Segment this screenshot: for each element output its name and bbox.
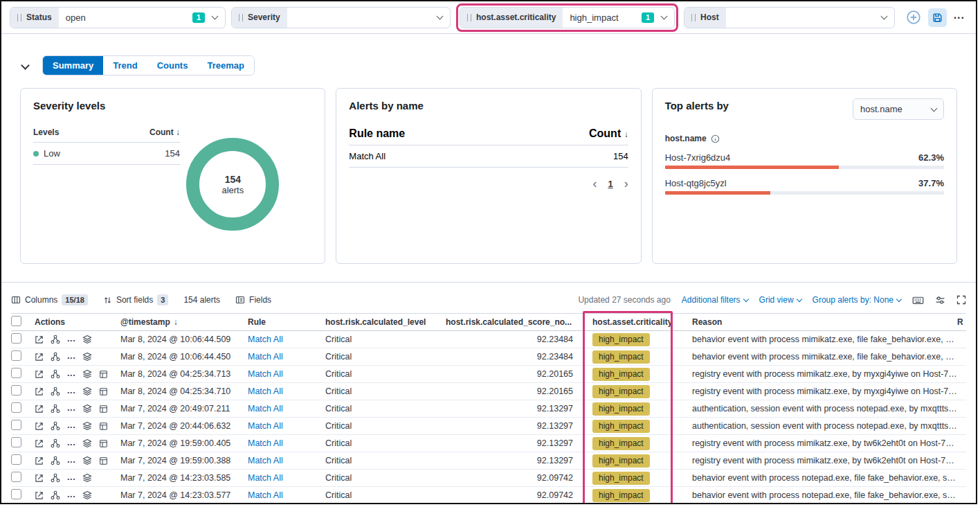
session-view-icon[interactable] (82, 421, 92, 431)
session-view-icon[interactable] (82, 438, 92, 448)
more-actions-icon[interactable]: ... (67, 351, 75, 363)
event-details-icon[interactable] (99, 404, 108, 413)
row-checkbox[interactable] (11, 472, 21, 482)
rule-link[interactable]: Match All (248, 421, 283, 431)
keyboard-shortcuts-icon[interactable] (912, 294, 924, 306)
row-checkbox[interactable] (11, 350, 21, 361)
event-details-icon[interactable] (99, 439, 108, 448)
more-actions-icon[interactable]: ... (67, 490, 75, 501)
row-checkbox[interactable] (11, 489, 21, 499)
session-view-icon[interactable] (82, 473, 92, 483)
session-view-icon[interactable] (82, 369, 92, 379)
rule-link[interactable]: Match All (248, 404, 283, 413)
event-details-icon[interactable] (99, 387, 108, 396)
session-view-icon[interactable] (82, 335, 92, 344)
select-all-checkbox[interactable] (11, 316, 21, 326)
rule-link[interactable]: Match All (248, 438, 283, 448)
drag-handle-icon[interactable] (691, 14, 696, 21)
row-checkbox[interactable] (11, 437, 21, 447)
rule-link[interactable]: Match All (248, 456, 283, 465)
drag-handle-icon[interactable] (239, 14, 243, 21)
rule-link[interactable]: Match All (248, 490, 283, 500)
event-details-icon[interactable] (99, 422, 108, 431)
analyze-event-icon[interactable] (51, 438, 60, 448)
rule-link[interactable]: Match All (248, 369, 283, 379)
info-icon[interactable] (711, 134, 720, 143)
analyze-event-icon[interactable] (51, 490, 60, 500)
expand-alert-icon[interactable] (35, 491, 44, 500)
analyze-event-icon[interactable] (51, 369, 60, 379)
fullscreen-icon[interactable] (956, 295, 966, 305)
tab-trend[interactable]: Trend (103, 56, 147, 75)
save-query-button[interactable] (928, 8, 947, 27)
prev-page-icon[interactable]: ‹ (592, 177, 597, 190)
timestamp-column-header[interactable]: @timestamp↓ (120, 317, 248, 327)
drag-handle-icon[interactable] (467, 14, 471, 21)
row-checkbox[interactable] (11, 402, 21, 413)
expand-alert-icon[interactable] (35, 353, 44, 362)
rule-link[interactable]: Match All (248, 335, 283, 344)
expand-alert-icon[interactable] (35, 370, 44, 379)
rule-link[interactable]: Match All (248, 352, 283, 362)
analyze-event-icon[interactable] (51, 473, 60, 483)
drag-handle-icon[interactable] (17, 14, 21, 21)
more-actions-icon[interactable]: ... (67, 403, 75, 415)
analyze-event-icon[interactable] (51, 456, 60, 465)
analyze-event-icon[interactable] (51, 352, 60, 362)
top-alerts-field-select[interactable]: host.name (853, 98, 944, 120)
more-actions-icon[interactable]: ... (67, 368, 75, 380)
analyze-event-icon[interactable] (51, 404, 60, 413)
filter-pill-status[interactable]: Status open 1 (10, 7, 226, 28)
row-checkbox[interactable] (11, 420, 21, 430)
inspect-controls-icon[interactable] (935, 295, 945, 305)
tab-summary[interactable]: Summary (43, 56, 103, 75)
rule-link[interactable]: Match All (248, 386, 283, 396)
next-page-icon[interactable]: › (624, 177, 628, 190)
rule-link[interactable]: Match All (248, 473, 283, 483)
row-checkbox[interactable] (11, 368, 21, 378)
filter-pill-criticality[interactable]: host.asset.criticality high_impact 1 (460, 7, 675, 28)
expand-alert-icon[interactable] (35, 387, 44, 396)
expand-alert-icon[interactable] (35, 404, 44, 413)
expand-alert-icon[interactable] (35, 456, 44, 465)
filter-pill-severity[interactable]: Severity (231, 7, 451, 28)
additional-filters-button[interactable]: Additional filters (682, 295, 748, 305)
analyze-event-icon[interactable] (51, 421, 60, 431)
more-actions-icon[interactable]: ... (67, 386, 75, 398)
session-view-icon[interactable] (82, 456, 92, 465)
analyze-event-icon[interactable] (51, 335, 60, 344)
expand-alert-icon[interactable] (35, 439, 44, 448)
count-column-header[interactable]: Count ↓ (589, 127, 628, 140)
expand-alert-icon[interactable] (35, 474, 44, 483)
fields-button[interactable]: Fields (235, 295, 271, 305)
columns-button[interactable]: Columns 15/18 (11, 294, 88, 305)
page-number[interactable]: 1 (608, 179, 612, 189)
more-options-icon[interactable]: ... (954, 10, 965, 25)
more-actions-icon[interactable]: ... (67, 334, 75, 346)
event-details-icon[interactable] (99, 456, 108, 465)
session-view-icon[interactable] (82, 490, 92, 500)
tab-counts[interactable]: Counts (147, 56, 198, 75)
row-checkbox[interactable] (11, 385, 21, 395)
sort-fields-button[interactable]: Sort fields 3 (103, 294, 168, 305)
expand-alert-icon[interactable] (35, 335, 44, 344)
more-actions-icon[interactable]: ... (67, 472, 75, 484)
session-view-icon[interactable] (82, 352, 92, 362)
collapse-section-icon[interactable] (22, 62, 28, 69)
more-actions-icon[interactable]: ... (67, 438, 75, 450)
count-column-header[interactable]: Count ↓ (149, 127, 180, 137)
group-alerts-by-button[interactable]: Group alerts by: None (813, 295, 901, 305)
add-filter-icon[interactable] (906, 10, 921, 25)
tab-treemap[interactable]: Treemap (197, 56, 253, 75)
more-actions-icon[interactable]: ... (67, 455, 75, 467)
session-view-icon[interactable] (82, 386, 92, 396)
row-checkbox[interactable] (11, 333, 21, 344)
session-view-icon[interactable] (82, 404, 92, 413)
event-details-icon[interactable] (99, 370, 108, 379)
analyze-event-icon[interactable] (51, 386, 60, 396)
filter-pill-host[interactable]: Host (684, 7, 895, 28)
more-actions-icon[interactable]: ... (67, 420, 75, 432)
expand-alert-icon[interactable] (35, 422, 44, 431)
grid-view-button[interactable]: Grid view (759, 295, 801, 305)
row-checkbox[interactable] (11, 454, 21, 465)
